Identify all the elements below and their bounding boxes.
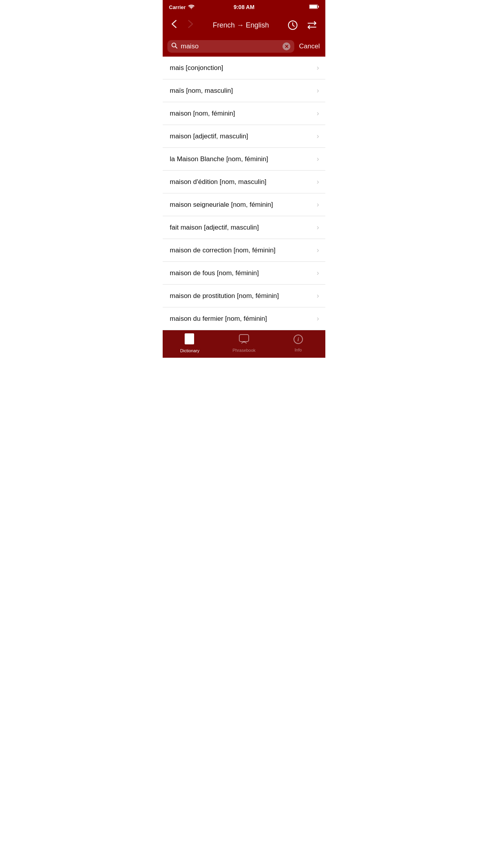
result-text: maison d'édition [nom, masculin]: [170, 178, 314, 186]
wifi-icon: [188, 4, 194, 10]
svg-rect-3: [310, 5, 317, 8]
chevron-right-icon: ›: [317, 64, 319, 72]
chevron-right-icon: ›: [317, 86, 319, 95]
history-button[interactable]: [286, 18, 299, 32]
chevron-right-icon: ›: [317, 269, 319, 277]
chevron-right-icon: ›: [317, 132, 319, 140]
result-text: fait maison [adjectif, masculin]: [170, 224, 314, 232]
phrasebook-icon: [238, 334, 250, 346]
result-text: maison seigneuriale [nom, féminin]: [170, 201, 314, 209]
status-right: [309, 4, 319, 10]
list-item[interactable]: fait maison [adjectif, masculin] ›: [163, 216, 325, 239]
result-text: maison [nom, féminin]: [170, 110, 314, 118]
tab-phrasebook-label: Phrasebook: [233, 348, 256, 353]
list-item[interactable]: maison [nom, féminin] ›: [163, 102, 325, 125]
search-input-container: ✕: [167, 40, 294, 53]
tab-info[interactable]: i Info: [271, 330, 325, 358]
svg-rect-6: [186, 333, 194, 344]
result-text: la Maison Blanche [nom, féminin]: [170, 155, 314, 163]
chevron-right-icon: ›: [317, 246, 319, 254]
clear-icon: ✕: [283, 42, 290, 50]
result-text: maison du fermier [nom, féminin]: [170, 315, 314, 323]
result-text: maïs [nom, masculin]: [170, 87, 314, 95]
list-item[interactable]: maison de correction [nom, féminin] ›: [163, 239, 325, 262]
status-bar: Carrier 9:08 AM: [163, 0, 325, 14]
back-button[interactable]: [169, 18, 179, 32]
chevron-right-icon: ›: [317, 155, 319, 163]
list-item[interactable]: maison seigneuriale [nom, féminin] ›: [163, 193, 325, 216]
nav-arrows: [169, 18, 196, 32]
chevron-right-icon: ›: [317, 223, 319, 232]
list-item[interactable]: maison d'édition [nom, masculin] ›: [163, 171, 325, 193]
tab-dictionary[interactable]: Dictionary: [163, 330, 217, 358]
chevron-right-icon: ›: [317, 314, 319, 323]
info-icon: i: [293, 334, 303, 346]
tab-dictionary-label: Dictionary: [180, 348, 200, 353]
forward-button[interactable]: [185, 18, 196, 32]
carrier-label: Carrier: [169, 4, 186, 10]
results-list: mais [conjonction] › maïs [nom, masculin…: [163, 57, 325, 330]
svg-point-0: [191, 8, 192, 9]
result-text: mais [conjonction]: [170, 64, 314, 72]
list-item[interactable]: maison de fous [nom, féminin] ›: [163, 262, 325, 285]
chevron-right-icon: ›: [317, 200, 319, 209]
result-text: maison de correction [nom, féminin]: [170, 246, 314, 254]
result-text: maison de prostitution [nom, féminin]: [170, 292, 314, 300]
list-item[interactable]: maison de prostitution [nom, féminin] ›: [163, 285, 325, 307]
list-item[interactable]: maïs [nom, masculin] ›: [163, 79, 325, 102]
chevron-right-icon: ›: [317, 292, 319, 300]
svg-rect-9: [239, 335, 249, 342]
list-item[interactable]: maison du fermier [nom, féminin] ›: [163, 307, 325, 330]
dictionary-icon: [185, 333, 195, 347]
chevron-right-icon: ›: [317, 178, 319, 186]
svg-rect-8: [185, 333, 187, 344]
tab-phrasebook[interactable]: Phrasebook: [217, 330, 271, 358]
cancel-button[interactable]: Cancel: [298, 41, 321, 52]
svg-rect-2: [318, 6, 319, 7]
result-text: maison de fous [nom, féminin]: [170, 269, 314, 277]
status-left: Carrier: [169, 4, 194, 10]
svg-text:i: i: [297, 337, 299, 342]
nav-title: French → English: [196, 21, 286, 29]
swap-button[interactable]: [305, 19, 319, 31]
search-input[interactable]: [181, 42, 279, 50]
search-bar: ✕ Cancel: [163, 36, 325, 57]
list-item[interactable]: maison [adjectif, masculin] ›: [163, 125, 325, 148]
list-item[interactable]: mais [conjonction] ›: [163, 57, 325, 79]
tab-bar: Dictionary Phrasebook i Info: [163, 330, 325, 358]
list-item[interactable]: la Maison Blanche [nom, féminin] ›: [163, 148, 325, 171]
chevron-right-icon: ›: [317, 109, 319, 118]
search-icon: [171, 42, 178, 50]
search-clear-button[interactable]: ✕: [283, 42, 290, 50]
nav-bar: French → English: [163, 14, 325, 36]
result-text: maison [adjectif, masculin]: [170, 132, 314, 140]
status-time: 9:08 AM: [233, 4, 254, 10]
battery-icon: [309, 4, 319, 10]
tab-info-label: Info: [295, 348, 302, 352]
nav-actions: [286, 18, 319, 32]
